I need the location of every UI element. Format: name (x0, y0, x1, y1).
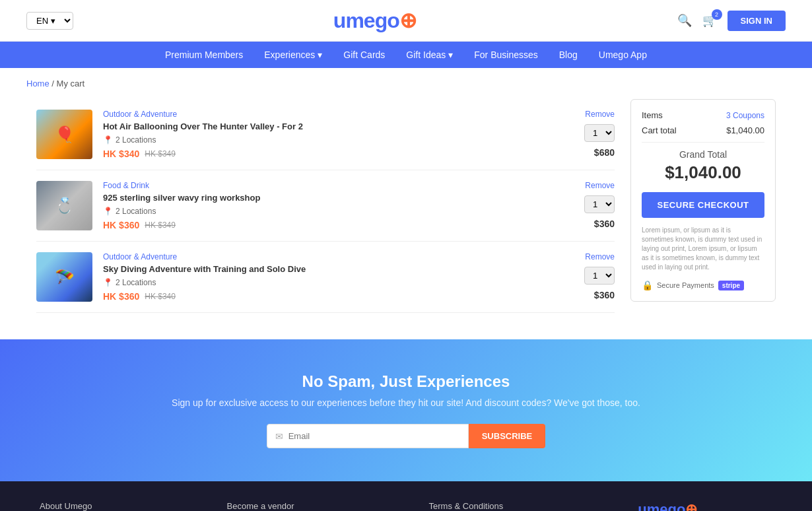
footer-link-vendor[interactable]: Become a vendor (227, 501, 294, 511)
footer-link-about[interactable]: About Umego (40, 501, 92, 511)
pin-icon: 📍 (103, 278, 113, 287)
item-title: 925 sterling silver wavy ring workshop (103, 193, 574, 203)
item-price: HK $340 HK $349 (103, 149, 574, 159)
cart-total-row: Cart total $1,040.00 (642, 125, 764, 135)
quantity-selector[interactable]: 123 (584, 195, 615, 213)
cart-button[interactable]: 🛒 2 (702, 13, 717, 28)
item-title: Hot Air Ballooning Over The Hunter Valle… (103, 121, 574, 131)
footer-logo: umego⊕ (638, 501, 772, 511)
cart-badge: 2 (712, 9, 722, 20)
table-row: 🪂 Outdoor & Adventure Sky Diving Adventu… (36, 242, 615, 313)
top-bar: EN ▾ umego⊕ 🔍 🛒 2 SIGN IN (0, 0, 812, 42)
lock-icon: 🔒 (642, 280, 653, 290)
item-price: HK $360 HK $340 (103, 291, 574, 302)
breadcrumb-current: My cart (57, 79, 85, 88)
quantity-selector[interactable]: 123 (584, 124, 615, 142)
item-category: Outdoor & Adventure (103, 110, 574, 119)
search-button[interactable]: 🔍 (677, 13, 692, 28)
items-label: Items (642, 110, 663, 120)
footer-brand: umego⊕ AVAILABLE ON THE App Store Availa… (638, 501, 772, 511)
cart-items-list: 🎈 Outdoor & Adventure Hot Air Ballooning… (36, 99, 615, 313)
item-location: 📍 2 Locations (103, 207, 574, 216)
item-image-balloon: 🎈 (36, 110, 92, 159)
breadcrumb-home[interactable]: Home (26, 79, 50, 88)
item-details-2: Food & Drink 925 sterling silver wavy ri… (103, 181, 574, 230)
top-bar-right: 🔍 🛒 2 SIGN IN (677, 11, 786, 31)
footer: About Umego Contact Us Blogs Become a ve… (0, 481, 812, 511)
logo[interactable]: umego⊕ (333, 8, 417, 33)
chevron-down-icon: ▾ (318, 50, 322, 60)
secure-label: Secure Payments (657, 281, 714, 289)
main-content: 🎈 Outdoor & Adventure Hot Air Ballooning… (10, 99, 802, 339)
email-input-wrap: ✉ (267, 424, 469, 448)
nav-gift-cards[interactable]: Gift Cards (343, 50, 385, 60)
nav-experiences[interactable]: Experiences ▾ (264, 50, 322, 60)
grand-total-label: Grand Total (642, 149, 764, 160)
item-category: Food & Drink (103, 181, 574, 190)
item-image-ring: 💍 (36, 181, 92, 230)
pin-icon: 📍 (103, 207, 113, 216)
top-bar-left: EN ▾ (26, 12, 73, 30)
nav-bar: Premium Members Experiences ▾ Gift Cards… (0, 42, 812, 68)
cart-total-label: Cart total (642, 125, 677, 135)
lorem-text: Lorem ipsum, or lipsum as it is sometime… (642, 226, 764, 272)
footer-link-terms[interactable]: Terms & Conditions (429, 501, 504, 511)
subscribe-button[interactable]: SUBSCRIBE (469, 424, 546, 448)
sign-in-button[interactable]: SIGN IN (727, 11, 786, 31)
items-value: 3 Coupons (726, 111, 764, 120)
nav-gift-ideas[interactable]: Gift Ideas ▾ (406, 50, 453, 60)
remove-button[interactable]: Remove (585, 252, 615, 261)
pin-icon: 📍 (103, 135, 113, 145)
newsletter-section: No Spam, Just Experiences Sign up for ex… (0, 339, 812, 481)
item-actions-2: Remove 123 $360 (584, 181, 615, 229)
table-row: 🎈 Outdoor & Adventure Hot Air Ballooning… (36, 99, 615, 170)
newsletter-subtitle: Sign up for exclusive access to our expe… (26, 397, 786, 408)
language-selector[interactable]: EN ▾ (26, 12, 73, 30)
newsletter-title: No Spam, Just Experiences (26, 372, 786, 391)
item-details-3: Outdoor & Adventure Sky Diving Adventure… (103, 252, 574, 302)
footer-col-3: Terms & Conditions Privacy Policy (429, 501, 504, 511)
nav-premium-members[interactable]: Premium Members (165, 50, 243, 60)
item-title: Sky Diving Adventure with Training and S… (103, 264, 574, 274)
grand-total-amount: $1,040.00 (642, 162, 764, 183)
secure-payments: 🔒 Secure Payments stripe (642, 280, 764, 290)
nav-for-businesses[interactable]: For Businesses (474, 50, 537, 60)
footer-col-1: About Umego Contact Us Blogs (40, 501, 92, 511)
nav-blog[interactable]: Blog (559, 50, 578, 60)
item-actions-3: Remove 123 $360 (584, 252, 615, 300)
item-location: 📍 2 Locations (103, 278, 574, 287)
email-input[interactable] (288, 425, 460, 448)
checkout-button[interactable]: SECURE CHECKOUT (642, 192, 764, 218)
divider (642, 142, 764, 143)
cart-total-value: $1,040.00 (726, 125, 764, 135)
footer-col-2: Become a vendor For Businesses Gift Idea… (227, 501, 294, 511)
item-location: 📍 2 Locations (103, 135, 574, 145)
stripe-badge: stripe (718, 281, 744, 290)
item-actions-1: Remove 123 $680 (584, 110, 615, 158)
breadcrumb-separator: / (51, 79, 54, 88)
items-row: Items 3 Coupons (642, 110, 764, 120)
order-summary: Items 3 Coupons Cart total $1,040.00 Gra… (630, 99, 776, 302)
item-details-1: Outdoor & Adventure Hot Air Ballooning O… (103, 110, 574, 159)
email-icon: ✉ (275, 431, 283, 442)
chevron-down-icon: ▾ (448, 50, 453, 60)
item-price: HK $360 HK $349 (103, 220, 574, 230)
remove-button[interactable]: Remove (585, 181, 615, 190)
quantity-selector[interactable]: 123 (584, 267, 615, 285)
remove-button[interactable]: Remove (585, 110, 615, 119)
breadcrumb: Home / My cart (0, 68, 812, 99)
newsletter-form: ✉ SUBSCRIBE (26, 424, 786, 448)
table-row: 💍 Food & Drink 925 sterling silver wavy … (36, 170, 615, 242)
item-category: Outdoor & Adventure (103, 252, 574, 261)
item-image-skydive: 🪂 (36, 252, 92, 302)
nav-umego-app[interactable]: Umego App (599, 50, 647, 60)
